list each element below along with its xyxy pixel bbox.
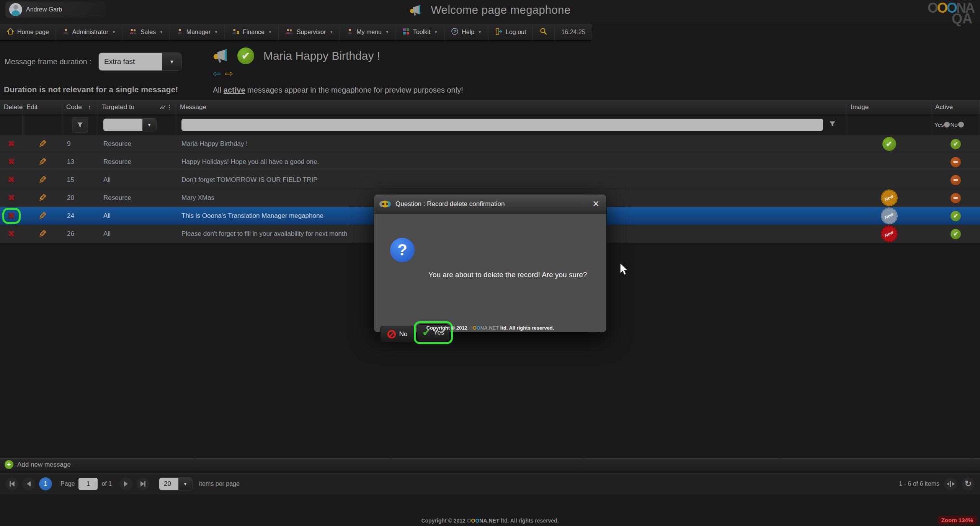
preview-message-title: Maria Happy Birthday ! (263, 49, 380, 62)
duration-value: Extra fast (99, 53, 162, 70)
dialog-header[interactable]: Question : Record delete confirmation ✕ (374, 194, 606, 214)
message-filter-input[interactable] (181, 119, 823, 131)
active-filter-yes-label: Yes (934, 121, 944, 128)
message-filter-button[interactable] (829, 121, 836, 129)
targeted-filter-dropdown[interactable]: ▼ (103, 119, 156, 131)
preview-note: All active messages appear in the megaph… (213, 86, 463, 95)
sort-ascending-icon: ↑ (88, 104, 91, 111)
nav-item-toolkit[interactable]: Toolkit▼ (396, 24, 444, 40)
page-footer: Copyright © 2012 OOONA.NET ltd. All righ… (0, 518, 980, 524)
targeted-cell: Resource (98, 153, 176, 171)
delete-icon[interactable]: ✖ (8, 229, 15, 239)
items-count: 1 - 6 of 6 items (899, 480, 939, 487)
chevron-down-icon: ▼ (214, 30, 218, 34)
prev-message-arrow-icon[interactable]: ⇦ (213, 68, 222, 79)
chevron-down-icon[interactable]: ▼ (178, 478, 192, 490)
table-row[interactable]: ✖✎15AllDon't forget TOMORROW IS OUR FIEL… (0, 171, 980, 189)
brand-text: OOONA.NET (467, 518, 500, 524)
nav-item-log-out[interactable]: Log out (488, 24, 533, 40)
nav-item-sales[interactable]: Sales▼ (122, 24, 170, 40)
nav-item-home-page[interactable]: Home page (0, 24, 56, 40)
delete-icon[interactable]: ✖ (8, 193, 15, 203)
header-edit: Edit (23, 100, 62, 114)
chevron-down-icon: ▼ (160, 30, 163, 34)
nav-item-search[interactable] (533, 24, 555, 40)
filter-funnel-icon (77, 122, 83, 128)
person-icon (176, 28, 183, 37)
edit-icon[interactable]: ✎ (38, 192, 47, 204)
code-cell: 15 (62, 171, 98, 189)
header-message: Message (176, 100, 847, 114)
code-filter-button[interactable] (72, 117, 88, 133)
active-filter-no-radio[interactable] (958, 122, 964, 127)
targeted-cell: All (98, 225, 176, 243)
pager-bar: 1 Page of 1 20 ▼ items per page 1 - 6 of… (0, 473, 980, 495)
header-targeted[interactable]: Targeted to ✓✓ ⋮ (98, 100, 176, 114)
message-cell: Happy Holidays! Hope you all have a good… (176, 153, 847, 171)
delete-highlight-ring: ✖ (2, 208, 21, 224)
active-no-icon (951, 193, 961, 203)
image-new-badge: New (881, 225, 898, 242)
table-row[interactable]: ✖✎13ResourceHappy Holidays! Hope you all… (0, 153, 980, 171)
current-page-button[interactable]: 1 (39, 477, 52, 490)
previous-page-button[interactable] (22, 477, 35, 490)
megaphone-preview: ✔ Maria Happy Birthday ! ⇦ ⇨ (213, 45, 380, 79)
page-size-dropdown[interactable]: 20 ▼ (159, 478, 192, 490)
user-badge[interactable]: Andrew Garb (5, 2, 106, 18)
active-yes-icon: ✔ (951, 139, 961, 149)
dialog-logo-icon (379, 198, 391, 210)
multiselect-check-icon[interactable]: ✓✓ (159, 104, 164, 111)
delete-icon[interactable]: ✖ (8, 211, 15, 221)
last-page-button[interactable] (136, 477, 149, 490)
nav-item-my-menu[interactable]: My menu▼ (340, 24, 396, 40)
active-yes-icon: ✔ (951, 211, 961, 221)
image-new-badge: New (881, 189, 898, 206)
people-icon (129, 28, 137, 37)
edit-icon[interactable]: ✎ (38, 228, 47, 240)
chevron-down-icon[interactable]: ▼ (162, 53, 181, 70)
next-message-arrow-icon[interactable]: ⇨ (225, 68, 234, 79)
column-menu-icon[interactable]: ⋮ (166, 103, 173, 111)
edit-icon[interactable]: ✎ (38, 156, 47, 168)
duration-dropdown[interactable]: Extra fast ▼ (99, 53, 181, 70)
delete-icon[interactable]: ✖ (8, 139, 15, 149)
dialog-message: You are about to delete the record! Are … (428, 271, 587, 279)
image-new-badge: New (881, 207, 898, 224)
next-page-button[interactable] (119, 477, 132, 490)
no-entry-icon (387, 330, 396, 338)
close-icon[interactable]: ✕ (591, 199, 601, 209)
nav-item-manager[interactable]: Manager▼ (170, 24, 225, 40)
fit-columns-button[interactable] (944, 477, 957, 490)
add-new-message-button[interactable]: + Add new message (0, 458, 980, 470)
chevron-down-icon[interactable]: ▼ (142, 119, 156, 131)
table-row[interactable]: ✖✎9ResourceMaria Happy Birthday !✔✔ (0, 135, 980, 153)
yes-button-highlight-ring: ✔ Yes (414, 321, 453, 344)
header-code[interactable]: Code↑ (62, 100, 98, 114)
dialog-body: ? You are about to delete the record! Ar… (374, 214, 606, 333)
megaphone-icon (409, 4, 424, 16)
edit-icon[interactable]: ✎ (38, 210, 47, 222)
delete-icon[interactable]: ✖ (8, 157, 15, 167)
mouse-cursor (619, 263, 629, 277)
delete-icon[interactable]: ✖ (8, 175, 15, 185)
nav-item-finance[interactable]: Finance▼ (225, 24, 279, 40)
nav-item-administrator[interactable]: Administrator▼ (56, 24, 122, 40)
finance-icon (231, 28, 240, 37)
header-image: Image (847, 100, 931, 114)
page-of-label: of 1 (101, 480, 112, 487)
active-filter-no-label: No (950, 121, 957, 128)
edit-icon[interactable]: ✎ (38, 174, 47, 186)
nav-item-supervisor[interactable]: Supervisor▼ (279, 24, 340, 40)
megaphone-icon (213, 48, 231, 64)
edit-icon[interactable]: ✎ (38, 138, 47, 150)
app-root: Andrew Garb Welcome page megaphone OOONA… (0, 0, 980, 526)
nav-item-help[interactable]: ?Help▼ (444, 24, 488, 40)
active-no-icon (951, 157, 961, 167)
page-number-input[interactable] (78, 478, 98, 490)
refresh-button[interactable]: ↻ (962, 477, 975, 490)
people-icon (285, 28, 294, 37)
first-page-button[interactable] (5, 477, 18, 490)
active-check-icon: ✔ (237, 47, 254, 64)
targeted-filter-value (103, 119, 142, 131)
active-filter-yes-radio[interactable] (944, 122, 950, 127)
